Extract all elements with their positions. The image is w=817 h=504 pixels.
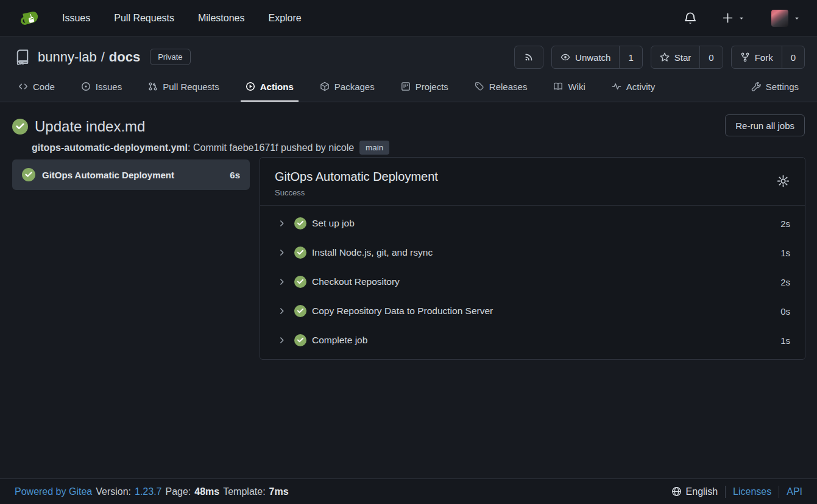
footer-left: Powered by Gitea Version: 1.23.7 Page: 4… (15, 486, 289, 497)
nav-item-pull-requests[interactable]: Pull Requests (114, 13, 174, 24)
notifications-bell-icon[interactable] (684, 12, 697, 25)
success-check-icon (294, 305, 306, 317)
chevron-right-icon[interactable] (278, 278, 286, 286)
wrench-icon (751, 82, 761, 91)
repo-owner-link[interactable]: bunny-lab (38, 49, 97, 65)
step-row[interactable]: Complete job 1s (260, 326, 805, 355)
gitea-logo-icon[interactable] (17, 7, 39, 29)
repo-separator: / (101, 49, 105, 65)
panel-status: Success (275, 188, 790, 197)
run-header: Update index.md (12, 118, 145, 135)
success-check-icon (294, 247, 306, 259)
page-time: 48ms (194, 486, 219, 497)
page-label: Page: (165, 486, 191, 497)
step-duration: 1s (780, 248, 790, 258)
eye-icon (561, 52, 570, 62)
language-selector[interactable]: English (671, 486, 718, 497)
api-link[interactable]: API (787, 486, 802, 497)
step-name: Complete job (312, 335, 367, 346)
success-check-icon (22, 168, 35, 181)
rss-icon (524, 52, 534, 62)
create-new-menu[interactable] (723, 13, 744, 23)
tab-packages[interactable]: Packages (315, 72, 380, 102)
panel-title: GitOps Automatic Deployment (275, 170, 790, 184)
step-row[interactable]: Set up job 2s (260, 209, 805, 238)
tab-label: Packages (334, 82, 375, 92)
step-row[interactable]: Copy Repository Data to Production Serve… (260, 296, 805, 326)
nav-item-issues[interactable]: Issues (62, 13, 90, 24)
licenses-link[interactable]: Licenses (733, 486, 771, 497)
step-name: Install Node.js, git, and rsync (312, 247, 433, 258)
success-check-icon (294, 334, 306, 346)
tab-issues[interactable]: Issues (76, 72, 127, 102)
unwatch-button[interactable]: Unwatch 1 (551, 46, 643, 69)
fork-label: Fork (755, 52, 773, 63)
package-icon (320, 82, 330, 91)
chevron-right-icon[interactable] (278, 307, 286, 315)
gear-icon[interactable] (776, 174, 790, 188)
tab-label: Issues (96, 82, 122, 92)
tab-pull-requests[interactable]: Pull Requests (143, 72, 224, 102)
branch-badge[interactable]: main (359, 141, 389, 155)
chevron-down-icon (738, 15, 744, 21)
step-duration: 2s (780, 219, 790, 229)
success-check-icon (294, 276, 306, 288)
navbar-right (684, 10, 800, 27)
tab-label: Settings (766, 82, 799, 92)
workflow-file-link[interactable]: gitops-automatic-deployment.yml (32, 142, 188, 153)
template-label: Template: (223, 486, 265, 497)
tab-activity[interactable]: Activity (607, 72, 660, 102)
step-duration: 0s (780, 306, 790, 317)
version-label: Version: (96, 486, 131, 497)
main-content: Update index.md gitops-automatic-deploym… (0, 102, 817, 478)
repo-header: bunny-lab/docs Private Unwatch 1 Star (0, 37, 817, 102)
tab-code[interactable]: Code (13, 72, 60, 102)
chevron-right-icon[interactable] (278, 219, 286, 228)
rerun-all-jobs-button[interactable]: Re-run all jobs (725, 114, 805, 136)
footer: Powered by Gitea Version: 1.23.7 Page: 4… (0, 478, 817, 504)
language-label: English (686, 486, 718, 497)
tab-actions[interactable]: Actions (241, 72, 299, 102)
job-item-selected[interactable]: GitOps Automatic Deployment 6s (12, 159, 250, 190)
rss-button[interactable] (514, 46, 543, 69)
tab-settings[interactable]: Settings (746, 72, 804, 102)
user-menu[interactable] (771, 10, 800, 27)
commit-text: : Commit faebe1671f pushed by nicole (188, 142, 354, 153)
footer-divider (779, 486, 779, 498)
project-board-icon (401, 82, 411, 91)
panel-header: GitOps Automatic Deployment Success (260, 158, 805, 206)
fork-icon (740, 52, 750, 62)
version-link[interactable]: 1.23.7 (135, 486, 161, 497)
repo-tabs: Code Issues Pull Requests Actions Packag… (0, 72, 817, 102)
run-subtitle: gitops-automatic-deployment.yml: Commit … (32, 141, 389, 155)
tab-label: Code (33, 82, 55, 92)
powered-by-gitea-link[interactable]: Powered by Gitea (15, 486, 92, 497)
tab-releases[interactable]: Releases (470, 72, 532, 102)
repo-title: bunny-lab/docs (38, 49, 140, 65)
star-count[interactable]: 0 (699, 46, 722, 68)
success-check-icon (12, 119, 28, 135)
step-duration: 2s (780, 277, 790, 287)
chevron-right-icon[interactable] (278, 336, 286, 345)
job-detail-panel: GitOps Automatic Deployment Success Set … (260, 157, 805, 360)
chevron-down-icon (794, 15, 800, 21)
step-row[interactable]: Install Node.js, git, and rsync 1s (260, 238, 805, 267)
nav-item-explore[interactable]: Explore (268, 13, 301, 24)
tab-projects[interactable]: Projects (396, 72, 453, 102)
step-row[interactable]: Checkout Repository 2s (260, 267, 805, 296)
fork-button[interactable]: Fork 0 (731, 46, 805, 69)
watch-count[interactable]: 1 (619, 46, 642, 68)
tab-wiki[interactable]: Wiki (548, 72, 590, 102)
nav-item-milestones[interactable]: Milestones (198, 13, 244, 24)
star-label: Star (674, 52, 691, 63)
unwatch-label: Unwatch (575, 52, 610, 63)
globe-icon (671, 486, 682, 497)
success-check-icon (294, 217, 306, 229)
step-name: Set up job (312, 218, 355, 229)
fork-count[interactable]: 0 (782, 46, 804, 68)
chevron-right-icon[interactable] (278, 248, 286, 257)
star-button[interactable]: Star 0 (651, 46, 723, 69)
book-icon (553, 82, 563, 91)
pulse-icon (612, 82, 621, 91)
repo-name-link[interactable]: docs (109, 49, 140, 65)
